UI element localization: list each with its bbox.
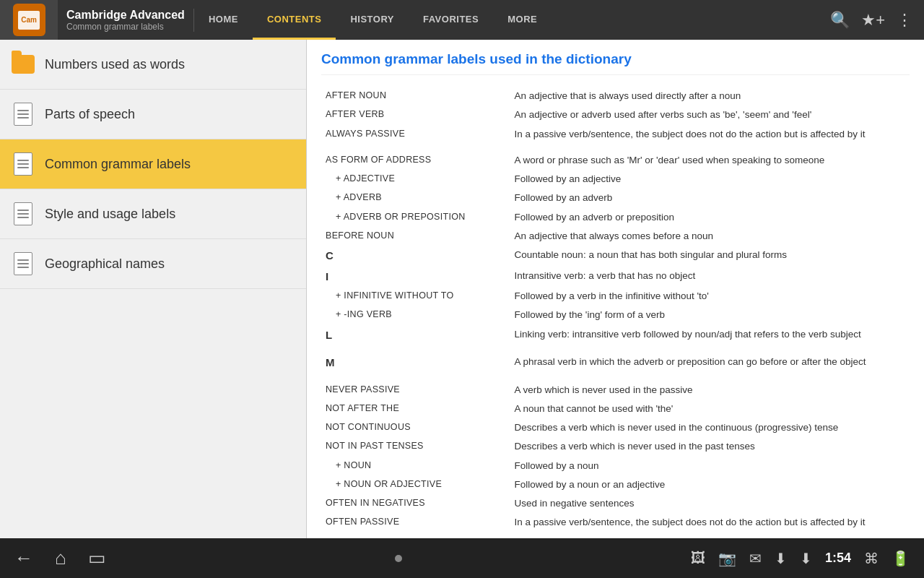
- table-row: + ADJECTIVEFollowed by an adjective: [321, 170, 910, 189]
- grammar-label: + NOUN: [321, 457, 510, 475]
- home-dot: [395, 555, 402, 562]
- grammar-description: In a passive verb/sentence, the subject …: [510, 513, 910, 532]
- table-row: + NOUNFollowed by a noun: [321, 457, 910, 475]
- sidebar-item-parts[interactable]: Parts of speech: [0, 90, 306, 139]
- doc-icon-parts: [12, 103, 35, 126]
- grammar-description: A noun that cannot be used with 'the': [510, 400, 910, 418]
- camera-icon: 📷: [718, 550, 736, 567]
- table-row: + INFINITIVE WITHOUT TOFollowed by a ver…: [321, 287, 910, 306]
- table-row: + -ING VERBFollowed by the 'ing' form of…: [321, 306, 910, 324]
- search-icon[interactable]: 🔍: [830, 11, 850, 30]
- grammar-description: A verb which is never used in the passiv…: [510, 381, 910, 400]
- bottom-center: [395, 555, 402, 562]
- doc-icon-geo: [12, 252, 35, 275]
- grammar-label: I: [321, 267, 510, 288]
- download-icon: ⬇: [775, 550, 787, 567]
- sidebar-item-geo[interactable]: Geographical names: [0, 239, 306, 289]
- table-row: IIntransitive verb: a verb that has no o…: [321, 267, 910, 288]
- table-row: + NOUN OR ADJECTIVEFollowed by a noun or…: [321, 475, 910, 494]
- folder-icon: [12, 53, 35, 76]
- photo-icon: 🖼: [691, 550, 705, 566]
- table-spacer-row: [321, 374, 910, 381]
- sidebar-item-numbers[interactable]: Numbers used as words: [0, 40, 306, 90]
- grammar-description: Followed by an adjective: [510, 170, 910, 189]
- table-row: NEVER PASSIVEA verb which is never used …: [321, 381, 910, 400]
- grammar-description: Describes a verb which is never used in …: [510, 437, 910, 456]
- grammar-label: AFTER NOUN: [321, 87, 510, 105]
- sidebar-label-grammar: Common grammar labels: [45, 157, 191, 172]
- app-title-block: Cambridge Advanced Common grammar labels: [58, 9, 194, 32]
- more-options-icon[interactable]: ⋮: [897, 11, 912, 30]
- table-row: NOT AFTER THEA noun that cannot be used …: [321, 400, 910, 418]
- grammar-description: An adjective or adverb used after verbs …: [510, 105, 910, 124]
- grammar-description: Countable noun: a noun that has both sin…: [510, 246, 910, 267]
- app-title: Cambridge Advanced: [66, 9, 185, 22]
- app-logo-image: Cam: [13, 4, 45, 36]
- home-icon[interactable]: ⌂: [55, 547, 66, 569]
- table-row: BEFORE NOUNAn adjective that always come…: [321, 227, 910, 246]
- grammar-label: NOT CONTINUOUS: [321, 418, 510, 437]
- grammar-description: Followed by a noun or an adjective: [510, 475, 910, 494]
- grammar-label: + INFINITIVE WITHOUT TO: [321, 287, 510, 306]
- grammar-label: OFTEN IN NEGATIVES: [321, 494, 510, 513]
- app-logo: Cam: [0, 0, 58, 40]
- grammar-label: OFTEN PASSIVE: [321, 513, 510, 532]
- favorites-add-icon[interactable]: ★+: [861, 11, 885, 30]
- sidebar-item-style[interactable]: Style and usage labels: [0, 189, 306, 239]
- bottom-nav-icons: ← ⌂ ▭: [14, 547, 106, 569]
- grammar-description: Followed by an adverb or preposition: [510, 208, 910, 227]
- grammar-description: A phrasal verb in which the adverb or pr…: [510, 353, 910, 374]
- sidebar-label-style: Style and usage labels: [45, 207, 175, 222]
- table-row: MA phrasal verb in which the adverb or p…: [321, 353, 910, 374]
- tab-contents[interactable]: CONTENTS: [253, 0, 336, 40]
- table-row: OFTEN PASSIVEIn a passive verb/sentence,…: [321, 513, 910, 532]
- table-spacer-row: [321, 345, 910, 353]
- table-row: + ADVERBFollowed by an adverb: [321, 189, 910, 207]
- grammar-description: An adjective that is always used directl…: [510, 87, 910, 105]
- back-icon[interactable]: ←: [14, 547, 33, 569]
- svg-text:Cam: Cam: [21, 16, 37, 24]
- grammar-description: Intransitive verb: a verb that has no ob…: [510, 267, 910, 288]
- doc-icon-style: [12, 202, 35, 225]
- grammar-description: A word or phrase such as 'Mr' or 'dear' …: [510, 151, 910, 170]
- sidebar: Numbers used as words Parts of speech Co…: [0, 40, 307, 538]
- grammar-description: Followed by an adverb: [510, 189, 910, 207]
- table-row: AFTER NOUNAn adjective that is always us…: [321, 87, 910, 105]
- grammar-description: In a passive verb/sentence, the subject …: [510, 125, 910, 144]
- grammar-label: + ADJECTIVE: [321, 170, 510, 189]
- recent-apps-icon[interactable]: ▭: [88, 547, 106, 569]
- table-row: ALWAYS PASSIVEIn a passive verb/sentence…: [321, 125, 910, 144]
- email-icon: ✉: [749, 550, 762, 567]
- content-title: Common grammar labels used in the dictio…: [321, 51, 910, 75]
- tab-history[interactable]: HISTORY: [336, 0, 409, 40]
- grammar-label: NOT AFTER THE: [321, 400, 510, 418]
- grammar-label: + ADVERB OR PREPOSITION: [321, 208, 510, 227]
- bottom-bar: ← ⌂ ▭ 🖼 📷 ✉ ⬇ ⬇ 1:54 ⌘ 🔋: [0, 538, 924, 578]
- sidebar-item-grammar[interactable]: Common grammar labels: [0, 139, 306, 189]
- sidebar-label-numbers: Numbers used as words: [45, 57, 185, 72]
- wifi-icon: ⌘: [864, 550, 879, 567]
- grammar-label: AS FORM OF ADDRESS: [321, 151, 510, 170]
- grammar-label: + ADVERB: [321, 189, 510, 207]
- nav-tabs: HOME CONTENTS HISTORY FAVORITES MORE: [194, 0, 819, 40]
- doc-icon-grammar: [12, 152, 35, 176]
- time-display: 1:54: [825, 551, 851, 566]
- table-row: NOT IN PAST TENSESDescribes a verb which…: [321, 437, 910, 456]
- top-bar: Cam Cambridge Advanced Common grammar la…: [0, 0, 924, 40]
- table-row: CCountable noun: a noun that has both si…: [321, 246, 910, 267]
- grammar-label: + NOUN OR ADJECTIVE: [321, 475, 510, 494]
- grammar-description: Followed by the 'ing' form of a verb: [510, 306, 910, 324]
- grammar-label: NEVER PASSIVE: [321, 381, 510, 400]
- table-row: AFTER VERBAn adjective or adverb used af…: [321, 105, 910, 124]
- table-row: OFTEN IN NEGATIVESUsed in negative sente…: [321, 494, 910, 513]
- grammar-description: Followed by a noun: [510, 457, 910, 475]
- grammar-label: L: [321, 325, 510, 346]
- grammar-table: AFTER NOUNAn adjective that is always us…: [321, 87, 910, 538]
- main-area: Numbers used as words Parts of speech Co…: [0, 40, 924, 538]
- tab-home[interactable]: HOME: [194, 0, 253, 40]
- bottom-status-icons: 🖼 📷 ✉ ⬇ ⬇ 1:54 ⌘ 🔋: [691, 550, 910, 567]
- tab-favorites[interactable]: FAVORITES: [409, 0, 493, 40]
- tab-more[interactable]: MORE: [493, 0, 552, 40]
- grammar-label: ALWAYS PASSIVE: [321, 125, 510, 144]
- table-row: NOT CONTINUOUSDescribes a verb which is …: [321, 418, 910, 437]
